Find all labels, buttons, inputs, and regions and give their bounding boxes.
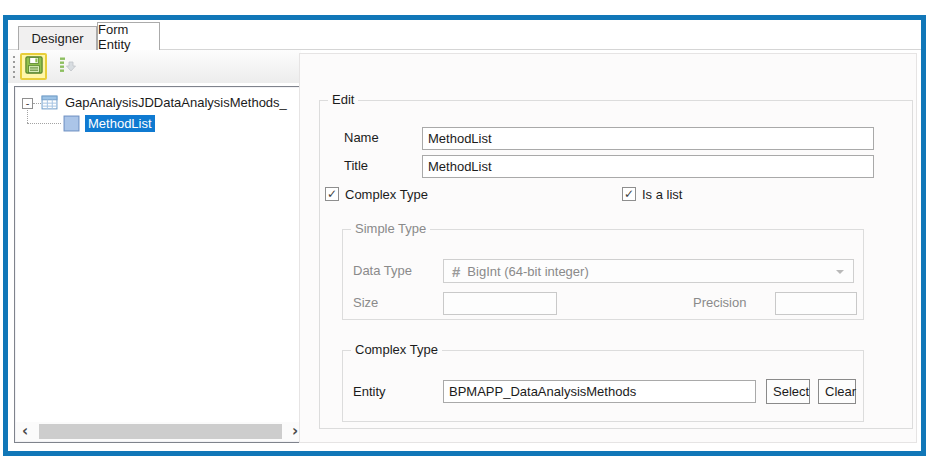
edit-groupbox: Edit Name Title ✓ Complex Type ✓ Is a li…	[319, 100, 913, 429]
edit-groupbox-legend: Edit	[328, 92, 358, 107]
toolbar-grip-icon[interactable]	[12, 56, 16, 78]
save-button[interactable]	[20, 53, 47, 80]
entity-input[interactable]	[443, 380, 756, 403]
is-a-list-checkbox[interactable]: ✓ Is a list	[622, 187, 682, 202]
checkbox-check-icon[interactable]: ✓	[325, 187, 339, 201]
complex-type-legend: Complex Type	[351, 342, 442, 357]
entity-table-icon	[41, 94, 58, 111]
name-input[interactable]	[422, 127, 874, 150]
tree-node-root-label[interactable]: GapAnalysisJDDataAnalysisMethods_	[62, 94, 290, 111]
precision-label: Precision	[693, 292, 746, 314]
simple-type-groupbox: Simple Type Data Type # BigInt (64-bit i…	[342, 229, 864, 320]
scrollbar-thumb[interactable]	[39, 424, 282, 439]
title-input[interactable]	[422, 155, 874, 178]
tree-connector	[33, 103, 41, 104]
complex-type-checkbox[interactable]: ✓ Complex Type	[325, 187, 428, 202]
tab-form-entity-label: Form Entity	[98, 22, 159, 52]
apply-down-icon	[59, 56, 77, 77]
editor-panel: Edit Name Title ✓ Complex Type ✓ Is a li…	[299, 53, 917, 443]
data-type-label: Data Type	[353, 260, 412, 282]
screen: Designer Form Entity	[0, 0, 929, 459]
tab-designer[interactable]: Designer	[18, 26, 97, 50]
tab-form-entity[interactable]: Form Entity	[97, 22, 160, 50]
name-label: Name	[344, 127, 379, 149]
title-label: Title	[344, 155, 368, 177]
entity-label: Entity	[353, 381, 386, 403]
save-floppy-icon	[25, 56, 43, 77]
tree-node-root[interactable]: GapAnalysisJDDataAnalysisMethods_	[41, 93, 290, 112]
size-label: Size	[353, 292, 378, 314]
select-button[interactable]: Select	[766, 379, 810, 404]
tree-connector	[27, 123, 61, 124]
data-type-combobox[interactable]: # BigInt (64-bit integer)	[443, 259, 854, 283]
number-hash-icon: #	[452, 263, 460, 280]
complex-type-groupbox: Complex Type Entity Select Clear	[342, 350, 864, 422]
tree-node-methodlist[interactable]: MethodList	[63, 114, 155, 133]
precision-input[interactable]	[775, 292, 857, 315]
tree-node-methodlist-label[interactable]: MethodList	[85, 115, 155, 132]
tree-connector	[27, 110, 28, 123]
apply-button[interactable]	[54, 53, 81, 80]
is-a-list-checkbox-label: Is a list	[642, 187, 682, 202]
dropdown-arrow-icon[interactable]	[836, 270, 844, 274]
simple-type-legend: Simple Type	[351, 221, 430, 236]
size-input[interactable]	[443, 292, 557, 315]
complex-type-checkbox-label: Complex Type	[345, 187, 428, 202]
window-frame: Designer Form Entity	[3, 15, 926, 456]
checkbox-check-icon[interactable]: ✓	[622, 187, 636, 201]
horizontal-scrollbar[interactable]: ‹ ›	[16, 422, 314, 441]
data-type-value: BigInt (64-bit integer)	[467, 264, 588, 279]
toolbar	[8, 50, 301, 83]
clear-button[interactable]: Clear	[818, 379, 856, 404]
tree-expander-collapse[interactable]: -	[22, 98, 33, 109]
tab-designer-label: Designer	[31, 31, 83, 46]
field-square-icon	[63, 115, 80, 132]
scroll-left-icon[interactable]: ‹	[16, 423, 34, 440]
entity-tree: - GapAnalysisJDDataAnalysisMethods_	[14, 86, 316, 443]
